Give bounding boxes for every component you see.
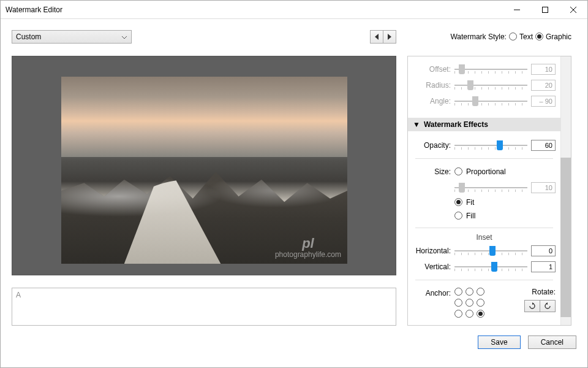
radius-label: Radius: (413, 81, 451, 90)
style-graphic-radio[interactable] (535, 33, 543, 40)
size-fill-radio[interactable] (454, 212, 462, 220)
triangle-down-icon: ▼ (413, 120, 420, 129)
size-label: Size: (413, 167, 451, 176)
anchor-rotate-row: Anchor: Rotate: (408, 285, 560, 320)
svg-marker-4 (375, 34, 379, 40)
style-text-label: Text (519, 33, 533, 41)
watermark-style-label: Watermark Style: (450, 33, 507, 41)
dialog-footer: Save Cancel (1, 332, 587, 349)
watermark-style-row: Watermark Style: Text Graphic (407, 30, 571, 44)
preview-canvas: pl photographylife.com (12, 56, 396, 275)
horizontal-row: Horizontal: 0 (408, 243, 560, 259)
angle-label: Angle: (413, 97, 451, 105)
preset-dropdown[interactable]: Custom (12, 30, 132, 44)
anchor-bc[interactable] (466, 310, 473, 318)
angle-value: – 90 (531, 96, 556, 107)
offset-row: Offset: 10 (408, 61, 560, 77)
anchor-bl[interactable] (454, 310, 462, 318)
effects-header-label: Watermark Effects (424, 120, 488, 129)
anchor-mc[interactable] (466, 299, 473, 307)
save-button[interactable]: Save (478, 335, 520, 349)
maximize-button[interactable] (531, 1, 559, 19)
close-button[interactable] (559, 1, 587, 19)
style-graphic-label: Graphic (546, 33, 571, 41)
opacity-label: Opacity: (413, 141, 451, 150)
proportional-slider (454, 182, 527, 193)
next-image-button[interactable] (383, 30, 396, 44)
panel-scrollbar-track[interactable] (560, 56, 571, 325)
anchor-ml[interactable] (454, 299, 462, 307)
anchor-mr[interactable] (477, 299, 484, 307)
radius-row: Radius: 20 (408, 77, 560, 93)
preview-image: pl photographylife.com (61, 77, 347, 264)
proportional-value: 10 (531, 182, 556, 193)
watermark-text-input[interactable]: A (12, 288, 396, 326)
anchor-tc[interactable] (466, 288, 473, 296)
effects-panel: Offset: 10 Radius: 20 Angle: – 90 ▼ Wate… (407, 56, 571, 326)
vertical-value[interactable]: 1 (531, 261, 556, 272)
size-fit-label: Fit (466, 198, 474, 207)
anchor-label: Anchor: (413, 288, 451, 297)
radius-slider (454, 80, 527, 91)
size-fit-row: Fit (454, 196, 560, 209)
radius-value: 20 (531, 80, 556, 91)
title-bar: Watermark Editor (1, 1, 587, 19)
watermark-logo: pl (275, 237, 341, 250)
opacity-slider[interactable] (454, 140, 527, 151)
proportional-slider-row: 10 (408, 180, 560, 196)
preset-row: Custom (12, 30, 396, 44)
watermark-subtext: photographylife.com (275, 250, 341, 259)
window-title: Watermark Editor (6, 6, 503, 14)
vertical-label: Vertical: (413, 263, 451, 271)
right-column: Watermark Style: Text Graphic Offset: 10… (407, 30, 571, 326)
size-fill-row: Fill (454, 209, 560, 223)
anchor-tl[interactable] (454, 288, 462, 296)
effects-header[interactable]: ▼ Watermark Effects (408, 118, 560, 131)
anchor-grid (454, 288, 486, 320)
anchor-br[interactable] (477, 310, 484, 318)
rotate-label: Rotate: (532, 288, 556, 296)
angle-row: Angle: – 90 (408, 93, 560, 109)
panel-scrollbar-thumb[interactable] (560, 158, 571, 317)
horizontal-slider[interactable] (454, 245, 527, 256)
size-proportional-row: Size: Proportional (408, 164, 560, 180)
horizontal-label: Horizontal: (413, 247, 451, 255)
offset-slider (454, 64, 527, 75)
svg-marker-5 (388, 34, 391, 40)
opacity-value[interactable]: 60 (531, 140, 556, 151)
offset-label: Offset: (413, 65, 451, 74)
inset-heading: Inset (408, 233, 560, 242)
opacity-row: Opacity: 60 (408, 137, 560, 153)
chevron-down-icon (121, 33, 127, 41)
svg-rect-1 (543, 7, 548, 12)
preset-selected-label: Custom (16, 33, 41, 41)
minimize-button[interactable] (503, 1, 531, 19)
rotate-ccw-button[interactable] (540, 300, 556, 312)
anchor-tr[interactable] (477, 288, 484, 296)
cancel-button[interactable]: Cancel (528, 335, 576, 349)
size-fill-label: Fill (466, 212, 475, 220)
rotate-cw-button[interactable] (524, 300, 540, 312)
watermark-overlay: pl photographylife.com (275, 237, 341, 259)
content-area: Custom pl photographylife.com A (1, 19, 587, 332)
offset-value: 10 (531, 64, 556, 75)
vertical-row: Vertical: 1 (408, 259, 560, 275)
size-proportional-label: Proportional (466, 167, 506, 176)
size-proportional-radio[interactable] (454, 167, 462, 175)
vertical-slider[interactable] (454, 261, 527, 272)
size-fit-radio[interactable] (454, 198, 462, 206)
prev-image-button[interactable] (370, 30, 383, 44)
left-column: Custom pl photographylife.com A (12, 30, 396, 326)
style-text-radio[interactable] (509, 33, 517, 40)
preview-nav (371, 30, 396, 44)
horizontal-value[interactable]: 0 (531, 245, 556, 256)
angle-slider (454, 96, 527, 107)
